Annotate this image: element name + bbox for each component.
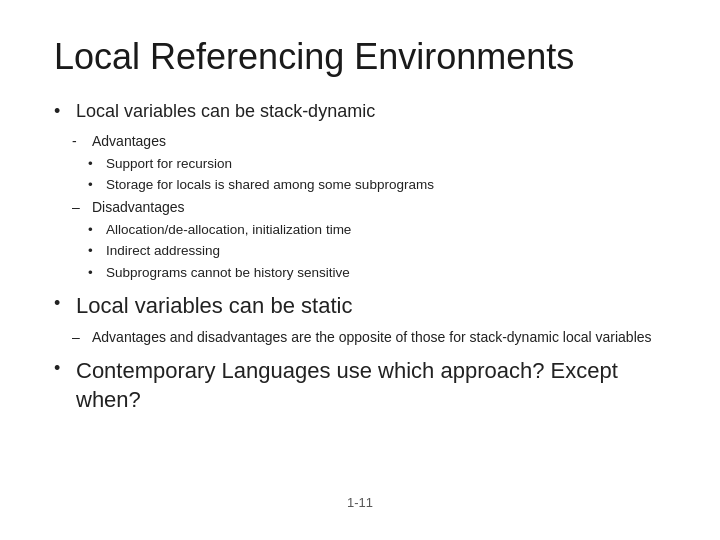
advantages-bullets: • Support for recursion • Storage for lo…: [88, 154, 666, 196]
static-advantage-text: Advantages and disadvantages are the opp…: [92, 327, 652, 348]
bullet-1: • Local variables can be stack-dynamic: [54, 99, 666, 124]
slide-content: • Local variables can be stack-dynamic -…: [54, 99, 666, 489]
bullet-3-marker: •: [54, 356, 76, 381]
dis-bullet-1-marker: •: [88, 220, 106, 240]
bullet-2: • Local variables can be static: [54, 291, 666, 321]
bullet-1-marker: •: [54, 99, 76, 124]
adv-bullet-2-marker: •: [88, 175, 106, 195]
dis-bullet-1: • Allocation/de-allocation, initializati…: [88, 220, 666, 240]
disadvantages-header: – Disadvantages: [72, 197, 666, 218]
adv-bullet-1-text: Support for recursion: [106, 154, 232, 174]
dis-bullet-2-text: Indirect addressing: [106, 241, 220, 261]
advantages-dash: -: [72, 131, 92, 152]
bullet-3: • Contemporary Languages use which appro…: [54, 356, 666, 415]
dis-bullet-2-marker: •: [88, 241, 106, 261]
bullet-3-text: Contemporary Languages use which approac…: [76, 356, 666, 415]
adv-bullet-2: • Storage for locals is shared among som…: [88, 175, 666, 195]
bullet-2-text: Local variables can be static: [76, 291, 352, 321]
adv-bullet-2-text: Storage for locals is shared among some …: [106, 175, 434, 195]
advantages-header: - Advantages: [72, 131, 666, 152]
advantages-label: Advantages: [92, 131, 166, 152]
disadvantages-label: Disadvantages: [92, 197, 185, 218]
dis-bullet-1-text: Allocation/de-allocation, initialization…: [106, 220, 351, 240]
dis-bullet-2: • Indirect addressing: [88, 241, 666, 261]
adv-bullet-1-marker: •: [88, 154, 106, 174]
dis-bullet-3-text: Subprograms cannot be history sensitive: [106, 263, 350, 283]
disadvantages-dash: –: [72, 197, 92, 218]
adv-bullet-1: • Support for recursion: [88, 154, 666, 174]
slide-title: Local Referencing Environments: [54, 36, 666, 77]
static-advantage-dash: –: [72, 327, 92, 348]
disadvantages-bullets: • Allocation/de-allocation, initializati…: [88, 220, 666, 283]
bullet-2-subsection: – Advantages and disadvantages are the o…: [72, 327, 666, 348]
bullet-1-text: Local variables can be stack-dynamic: [76, 99, 375, 124]
static-advantage: – Advantages and disadvantages are the o…: [72, 327, 666, 348]
bullet-1-subsection: - Advantages • Support for recursion • S…: [72, 131, 666, 283]
slide: Local Referencing Environments • Local v…: [0, 0, 720, 540]
bullet-2-marker: •: [54, 291, 76, 316]
dis-bullet-3: • Subprograms cannot be history sensitiv…: [88, 263, 666, 283]
dis-bullet-3-marker: •: [88, 263, 106, 283]
slide-footer: 1-11: [54, 489, 666, 510]
